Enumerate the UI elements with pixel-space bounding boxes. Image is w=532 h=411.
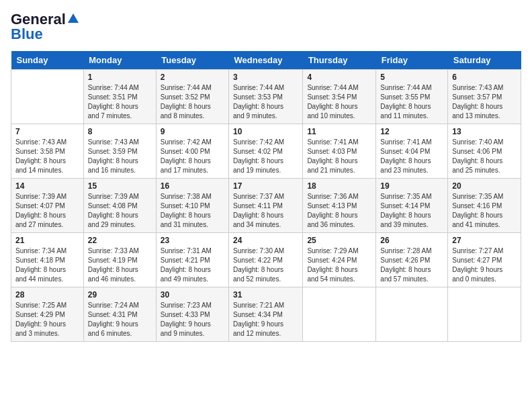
calendar-cell: 26Sunrise: 7:28 AM Sunset: 4:26 PM Dayli… — [376, 233, 448, 287]
cell-content: Sunrise: 7:43 AM Sunset: 3:57 PM Dayligh… — [452, 83, 517, 121]
cell-content: Sunrise: 7:39 AM Sunset: 4:08 PM Dayligh… — [88, 192, 152, 230]
calendar-cell: 23Sunrise: 7:31 AM Sunset: 4:21 PM Dayli… — [156, 233, 228, 287]
weekday-header-tuesday: Tuesday — [156, 51, 228, 70]
calendar-cell: 31Sunrise: 7:21 AM Sunset: 4:34 PM Dayli… — [229, 287, 303, 342]
week-row-1: 1Sunrise: 7:44 AM Sunset: 3:51 PM Daylig… — [11, 70, 521, 124]
calendar-cell: 28Sunrise: 7:25 AM Sunset: 4:29 PM Dayli… — [11, 287, 84, 342]
calendar-cell: 1Sunrise: 7:44 AM Sunset: 3:51 PM Daylig… — [83, 70, 156, 124]
calendar-cell: 21Sunrise: 7:34 AM Sunset: 4:18 PM Dayli… — [11, 233, 84, 287]
week-row-4: 21Sunrise: 7:34 AM Sunset: 4:18 PM Dayli… — [11, 233, 521, 287]
calendar-cell: 7Sunrise: 7:43 AM Sunset: 3:58 PM Daylig… — [11, 124, 84, 179]
day-number: 18 — [307, 181, 371, 191]
weekday-header-row: SundayMondayTuesdayWednesdayThursdayFrid… — [11, 51, 521, 70]
day-number: 22 — [88, 236, 152, 245]
calendar-cell: 25Sunrise: 7:29 AM Sunset: 4:24 PM Dayli… — [303, 233, 376, 287]
calendar-cell: 29Sunrise: 7:24 AM Sunset: 4:31 PM Dayli… — [83, 287, 156, 342]
day-number: 7 — [15, 127, 79, 136]
calendar-cell — [11, 70, 84, 124]
weekday-header-thursday: Thursday — [303, 51, 376, 70]
week-row-2: 7Sunrise: 7:43 AM Sunset: 3:58 PM Daylig… — [11, 124, 521, 179]
cell-content: Sunrise: 7:43 AM Sunset: 3:59 PM Dayligh… — [88, 138, 152, 175]
day-number: 10 — [233, 127, 298, 136]
week-row-5: 28Sunrise: 7:25 AM Sunset: 4:29 PM Dayli… — [11, 287, 521, 342]
day-number: 23 — [161, 236, 224, 245]
day-number: 27 — [452, 236, 517, 245]
cell-content: Sunrise: 7:44 AM Sunset: 3:53 PM Dayligh… — [233, 83, 298, 121]
day-number: 16 — [161, 181, 224, 191]
cell-content: Sunrise: 7:28 AM Sunset: 4:26 PM Dayligh… — [380, 246, 443, 284]
day-number: 3 — [233, 73, 298, 82]
calendar-cell: 17Sunrise: 7:37 AM Sunset: 4:11 PM Dayli… — [229, 179, 303, 233]
weekday-header-sunday: Sunday — [11, 51, 84, 70]
calendar-cell — [303, 287, 376, 342]
logo: General Blue — [11, 11, 79, 43]
calendar-cell: 24Sunrise: 7:30 AM Sunset: 4:22 PM Dayli… — [229, 233, 303, 287]
cell-content: Sunrise: 7:24 AM Sunset: 4:31 PM Dayligh… — [88, 301, 152, 338]
calendar-cell: 6Sunrise: 7:43 AM Sunset: 3:57 PM Daylig… — [448, 70, 521, 124]
logo-icon — [67, 12, 79, 24]
day-number: 28 — [15, 290, 79, 300]
day-number: 2 — [161, 73, 224, 82]
cell-content: Sunrise: 7:35 AM Sunset: 4:14 PM Dayligh… — [380, 192, 443, 230]
weekday-header-monday: Monday — [83, 51, 156, 70]
day-number: 11 — [307, 127, 371, 136]
cell-content: Sunrise: 7:35 AM Sunset: 4:16 PM Dayligh… — [452, 192, 517, 230]
day-number: 26 — [380, 236, 443, 245]
day-number: 12 — [380, 127, 443, 136]
day-number: 21 — [15, 236, 79, 245]
cell-content: Sunrise: 7:41 AM Sunset: 4:04 PM Dayligh… — [380, 138, 443, 175]
cell-content: Sunrise: 7:27 AM Sunset: 4:27 PM Dayligh… — [452, 246, 517, 284]
calendar-cell: 11Sunrise: 7:41 AM Sunset: 4:03 PM Dayli… — [303, 124, 376, 179]
calendar-cell — [376, 287, 448, 342]
cell-content: Sunrise: 7:44 AM Sunset: 3:52 PM Dayligh… — [161, 83, 224, 121]
day-number: 19 — [380, 181, 443, 191]
cell-content: Sunrise: 7:37 AM Sunset: 4:11 PM Dayligh… — [233, 192, 298, 230]
cell-content: Sunrise: 7:44 AM Sunset: 3:54 PM Dayligh… — [307, 83, 371, 121]
cell-content: Sunrise: 7:38 AM Sunset: 4:10 PM Dayligh… — [161, 192, 224, 230]
cell-content: Sunrise: 7:41 AM Sunset: 4:03 PM Dayligh… — [307, 138, 371, 175]
day-number: 8 — [88, 127, 152, 136]
cell-content: Sunrise: 7:44 AM Sunset: 3:51 PM Dayligh… — [88, 83, 152, 121]
day-number: 9 — [161, 127, 224, 136]
day-number: 5 — [380, 73, 443, 82]
day-number: 24 — [233, 236, 298, 245]
cell-content: Sunrise: 7:42 AM Sunset: 4:02 PM Dayligh… — [233, 138, 298, 175]
weekday-header-wednesday: Wednesday — [229, 51, 303, 70]
cell-content: Sunrise: 7:23 AM Sunset: 4:33 PM Dayligh… — [161, 301, 224, 338]
calendar-cell: 8Sunrise: 7:43 AM Sunset: 3:59 PM Daylig… — [83, 124, 156, 179]
day-number: 25 — [307, 236, 371, 245]
day-number: 29 — [88, 290, 152, 300]
calendar-cell: 27Sunrise: 7:27 AM Sunset: 4:27 PM Dayli… — [448, 233, 521, 287]
logo-blue: Blue — [11, 26, 43, 43]
cell-content: Sunrise: 7:36 AM Sunset: 4:13 PM Dayligh… — [307, 192, 371, 230]
calendar-table: SundayMondayTuesdayWednesdayThursdayFrid… — [11, 51, 521, 342]
cell-content: Sunrise: 7:31 AM Sunset: 4:21 PM Dayligh… — [161, 246, 224, 284]
weekday-header-friday: Friday — [376, 51, 448, 70]
cell-content: Sunrise: 7:33 AM Sunset: 4:19 PM Dayligh… — [88, 246, 152, 284]
calendar-cell: 10Sunrise: 7:42 AM Sunset: 4:02 PM Dayli… — [229, 124, 303, 179]
week-row-3: 14Sunrise: 7:39 AM Sunset: 4:07 PM Dayli… — [11, 179, 521, 233]
calendar-cell: 3Sunrise: 7:44 AM Sunset: 3:53 PM Daylig… — [229, 70, 303, 124]
calendar-cell: 15Sunrise: 7:39 AM Sunset: 4:08 PM Dayli… — [83, 179, 156, 233]
day-number: 31 — [233, 290, 298, 300]
cell-content: Sunrise: 7:39 AM Sunset: 4:07 PM Dayligh… — [15, 192, 79, 230]
day-number: 4 — [307, 73, 371, 82]
day-number: 20 — [452, 181, 517, 191]
calendar-cell: 16Sunrise: 7:38 AM Sunset: 4:10 PM Dayli… — [156, 179, 228, 233]
calendar-cell: 22Sunrise: 7:33 AM Sunset: 4:19 PM Dayli… — [83, 233, 156, 287]
calendar-cell: 19Sunrise: 7:35 AM Sunset: 4:14 PM Dayli… — [376, 179, 448, 233]
weekday-header-saturday: Saturday — [448, 51, 521, 70]
cell-content: Sunrise: 7:44 AM Sunset: 3:55 PM Dayligh… — [380, 83, 443, 121]
calendar-cell: 12Sunrise: 7:41 AM Sunset: 4:04 PM Dayli… — [376, 124, 448, 179]
day-number: 13 — [452, 127, 517, 136]
day-number: 14 — [15, 181, 79, 191]
calendar-cell — [448, 287, 521, 342]
calendar-cell: 30Sunrise: 7:23 AM Sunset: 4:33 PM Dayli… — [156, 287, 228, 342]
cell-content: Sunrise: 7:29 AM Sunset: 4:24 PM Dayligh… — [307, 246, 371, 284]
day-number: 17 — [233, 181, 298, 191]
cell-content: Sunrise: 7:30 AM Sunset: 4:22 PM Dayligh… — [233, 246, 298, 284]
cell-content: Sunrise: 7:42 AM Sunset: 4:00 PM Dayligh… — [161, 138, 224, 175]
day-number: 15 — [88, 181, 152, 191]
day-number: 1 — [88, 73, 152, 82]
calendar-cell: 5Sunrise: 7:44 AM Sunset: 3:55 PM Daylig… — [376, 70, 448, 124]
